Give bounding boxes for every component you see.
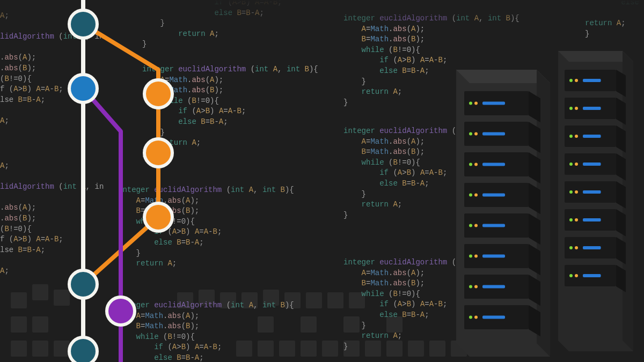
svg-point-12 xyxy=(575,107,578,110)
svg-point-27 xyxy=(575,190,578,194)
svg-rect-76 xyxy=(482,255,505,258)
commit-node-orange-1 xyxy=(144,80,172,108)
svg-point-74 xyxy=(469,255,472,258)
commit-node-main-4 xyxy=(69,337,97,362)
svg-point-49 xyxy=(469,102,472,105)
svg-point-64 xyxy=(469,194,472,197)
svg-marker-2 xyxy=(558,51,633,62)
svg-rect-86 xyxy=(482,316,505,319)
svg-point-55 xyxy=(474,132,478,136)
svg-rect-61 xyxy=(482,163,505,166)
svg-point-7 xyxy=(575,79,578,82)
svg-point-85 xyxy=(474,316,478,319)
svg-rect-38 xyxy=(583,246,601,249)
commit-node-purple-1 xyxy=(107,297,135,325)
svg-rect-8 xyxy=(583,79,601,82)
svg-rect-71 xyxy=(482,224,505,227)
commit-node-main-1 xyxy=(69,10,97,38)
svg-point-42 xyxy=(575,274,578,277)
svg-point-75 xyxy=(474,255,478,258)
svg-rect-56 xyxy=(482,132,505,136)
svg-point-59 xyxy=(469,163,472,166)
server-racks xyxy=(435,35,639,357)
svg-point-65 xyxy=(474,194,478,197)
commit-node-orange-2 xyxy=(144,139,172,167)
svg-point-37 xyxy=(575,246,578,249)
svg-point-17 xyxy=(575,135,578,138)
svg-rect-51 xyxy=(482,102,505,105)
commit-node-main-3 xyxy=(69,270,97,298)
svg-point-22 xyxy=(575,162,578,166)
svg-point-26 xyxy=(569,190,573,194)
svg-point-50 xyxy=(474,102,478,105)
commit-node-orange-3 xyxy=(144,203,172,231)
svg-point-16 xyxy=(569,135,573,138)
svg-point-70 xyxy=(474,224,478,227)
svg-point-69 xyxy=(469,224,472,227)
svg-point-11 xyxy=(569,107,573,110)
git-branch-graph xyxy=(51,0,201,362)
svg-point-36 xyxy=(569,246,573,249)
svg-rect-18 xyxy=(583,135,601,138)
svg-point-41 xyxy=(569,274,573,277)
svg-rect-13 xyxy=(583,107,601,110)
svg-marker-45 xyxy=(456,70,550,83)
svg-point-60 xyxy=(474,163,478,166)
svg-point-79 xyxy=(469,285,472,289)
svg-point-80 xyxy=(474,285,478,289)
svg-point-6 xyxy=(569,79,573,82)
svg-rect-66 xyxy=(482,194,505,197)
svg-rect-81 xyxy=(482,285,505,289)
svg-rect-43 xyxy=(583,274,601,277)
commit-node-main-2 xyxy=(69,75,97,102)
svg-point-31 xyxy=(569,218,573,221)
svg-point-54 xyxy=(469,132,472,136)
svg-rect-33 xyxy=(583,218,601,221)
svg-point-84 xyxy=(469,316,472,319)
svg-point-32 xyxy=(575,218,578,221)
svg-rect-23 xyxy=(583,162,601,166)
svg-rect-28 xyxy=(583,190,601,194)
svg-point-21 xyxy=(569,162,573,166)
